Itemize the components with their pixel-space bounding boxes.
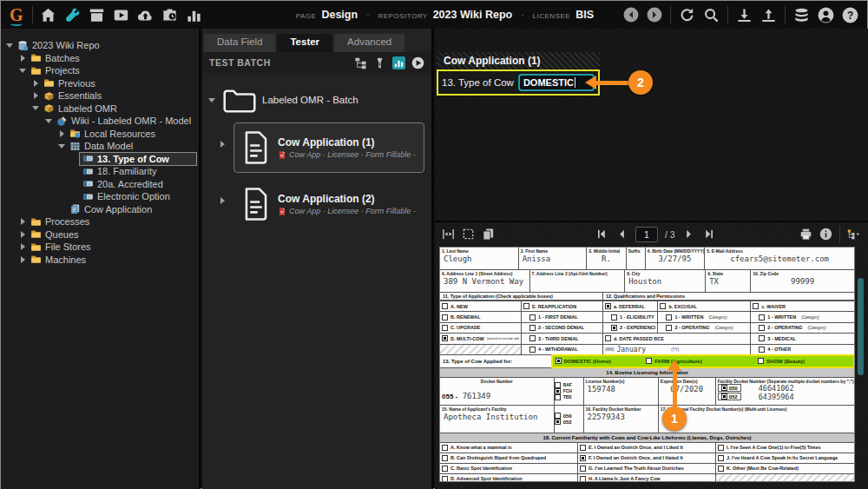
- expander-open-icon[interactable]: [56, 144, 67, 149]
- info-icon[interactable]: [819, 228, 832, 241]
- sidebar-item-essentials[interactable]: Essentials: [1, 89, 199, 102]
- sidebar-item-local-resources[interactable]: Local Resources: [1, 128, 199, 141]
- tree-node[interactable]: Processes: [28, 215, 196, 228]
- tree-node[interactable]: Previous: [41, 77, 196, 90]
- tree-node[interactable]: Machines: [28, 254, 196, 267]
- tree-node[interactable]: Wiki - Labeled OMR - Model: [54, 115, 196, 128]
- sidebar-item-electronic-option[interactable]: Electronic Option: [1, 190, 199, 203]
- home-icon[interactable]: [40, 7, 56, 23]
- database-stack-icon[interactable]: [793, 7, 810, 23]
- repository-value[interactable]: 2023 Wiki Repo: [433, 9, 513, 21]
- licensee-value[interactable]: BIS: [575, 9, 594, 21]
- applicant-facility-cell: 15. Name of Applicant's FacilityApotheca…: [440, 406, 555, 433]
- sidebar-item-previous[interactable]: Previous: [1, 77, 199, 90]
- sidebar-item-cow-application[interactable]: Cow Application: [1, 203, 199, 216]
- text-caret: [575, 77, 575, 88]
- sidebar-item-file-stores[interactable]: File Stores: [1, 241, 199, 254]
- refresh-icon[interactable]: [679, 7, 695, 23]
- previous-page-icon[interactable]: [615, 228, 628, 241]
- tree-node[interactable]: Essentials: [41, 89, 196, 102]
- media-icon[interactable]: [113, 7, 129, 23]
- batch-folder-row[interactable]: Labeled OMR - Batch: [202, 83, 431, 116]
- page-number-input[interactable]: 1: [635, 227, 658, 242]
- batch-document-cow-application-2[interactable]: Cow Application (2)Cow App - Licensee - …: [233, 179, 424, 229]
- expander-closed-icon[interactable]: [217, 197, 227, 204]
- expander-closed-icon[interactable]: [17, 218, 28, 225]
- sidebar-item-20a-accredited[interactable]: 20a. Accredited: [1, 178, 199, 191]
- sidebar-item-18-familiarity[interactable]: 18. Familiarity: [1, 165, 199, 178]
- marquee-icon[interactable]: [462, 228, 475, 241]
- stats-toggle-icon[interactable]: [392, 56, 405, 69]
- stats-icon[interactable]: [186, 7, 202, 23]
- pages-icon[interactable]: [482, 228, 495, 241]
- batch-tree-icon[interactable]: [354, 56, 367, 69]
- sidebar-item-data-model[interactable]: Data Model: [1, 140, 199, 153]
- expander-closed-icon[interactable]: [17, 231, 28, 238]
- first-page-icon[interactable]: [595, 228, 608, 241]
- sidebar-item-labeled-omr[interactable]: Labeled OMR: [1, 102, 199, 116]
- user-icon[interactable]: [818, 7, 834, 23]
- sidebar-item-projects[interactable]: Projects: [1, 64, 199, 77]
- expander-open-icon[interactable]: [43, 119, 54, 123]
- tree-node[interactable]: Local Resources: [67, 128, 196, 141]
- expander-closed-icon[interactable]: [56, 130, 67, 137]
- sidebar-item-13-type-of-cow[interactable]: 13. Type of Cow: [1, 153, 199, 166]
- expander-closed-icon[interactable]: [30, 92, 41, 99]
- sidebar-item-processes[interactable]: Processes: [1, 215, 199, 228]
- tree-node[interactable]: 2023 Wiki Repo: [15, 39, 196, 52]
- result-field-input[interactable]: DOMESTIC: [518, 74, 595, 91]
- upload-icon[interactable]: [760, 7, 777, 23]
- tree-node[interactable]: Data Model: [67, 140, 196, 153]
- expander-closed-icon[interactable]: [217, 141, 227, 148]
- download-icon[interactable]: [736, 7, 753, 23]
- sidebar-item-batches[interactable]: Batches: [1, 52, 199, 65]
- sidebar-item-wiki-labeled-omr-model[interactable]: Wiki - Labeled OMR - Model: [1, 115, 199, 128]
- tab-data-field[interactable]: Data Field: [204, 34, 275, 52]
- scanned-document-page[interactable]: 1. Last NameCleugh2. First NameAnissa3. …: [439, 247, 855, 482]
- flashlight-icon[interactable]: [373, 56, 386, 69]
- expander-open-icon[interactable]: [4, 43, 15, 48]
- expander-open-icon[interactable]: [30, 106, 41, 110]
- expander-closed-icon[interactable]: [17, 243, 28, 250]
- tree-node[interactable]: Electronic Option: [80, 190, 196, 203]
- sidebar-item-machines[interactable]: Machines: [1, 254, 199, 267]
- search-icon[interactable]: [703, 7, 720, 23]
- tools-icon[interactable]: [64, 7, 81, 23]
- print-icon[interactable]: [799, 228, 812, 241]
- tree-node[interactable]: File Stores: [28, 241, 196, 254]
- batch-document-cow-application-1[interactable]: Cow Application (1)Cow App - Licensee - …: [233, 122, 424, 173]
- tree-node[interactable]: 18. Familiarity: [80, 165, 196, 178]
- expander-open[interactable]: [207, 98, 217, 102]
- viewer-scrollbar-thumb[interactable]: [858, 278, 864, 375]
- tree-node[interactable]: Cow Application: [67, 203, 196, 216]
- tree-node[interactable]: Batches: [28, 52, 196, 65]
- facility-docket-row: 05264395964: [716, 393, 854, 401]
- tab-tester[interactable]: Tester: [277, 34, 332, 52]
- last-page-icon[interactable]: [702, 228, 715, 241]
- fit-width-icon[interactable]: [442, 228, 455, 241]
- tree-dropdown-icon[interactable]: [847, 228, 860, 241]
- tree-node[interactable]: Queues: [28, 228, 196, 241]
- tab-advanced[interactable]: Advanced: [334, 34, 404, 52]
- sidebar-item-2023-wiki-repo[interactable]: 2023 Wiki Repo: [1, 39, 199, 52]
- expander-closed-icon[interactable]: [17, 256, 28, 263]
- jobs-icon[interactable]: [161, 7, 178, 23]
- expander-closed-icon[interactable]: [30, 80, 41, 87]
- result-field-row[interactable]: 13. Type of Cow DOMESTIC: [437, 69, 600, 96]
- back-icon[interactable]: [623, 7, 639, 23]
- tree-node[interactable]: Labeled OMR: [41, 102, 196, 116]
- expander-open-icon[interactable]: [17, 69, 28, 73]
- page-value[interactable]: Design: [321, 9, 358, 21]
- tree-node[interactable]: 20a. Accredited: [80, 178, 196, 191]
- field-value: 389 N Vermont Way: [440, 276, 529, 286]
- batches-icon[interactable]: [89, 7, 105, 23]
- next-page-icon[interactable]: [682, 228, 695, 241]
- selected-tree-node[interactable]: 13. Type of Cow: [80, 153, 196, 166]
- tree-node[interactable]: Projects: [28, 64, 196, 77]
- cloud-upload-icon[interactable]: [137, 7, 154, 23]
- sidebar-item-queues[interactable]: Queues: [1, 228, 199, 241]
- play-icon[interactable]: [411, 56, 424, 69]
- forward-icon[interactable]: [647, 7, 662, 23]
- help-icon[interactable]: ?: [842, 7, 858, 23]
- expander-closed-icon[interactable]: [17, 55, 28, 62]
